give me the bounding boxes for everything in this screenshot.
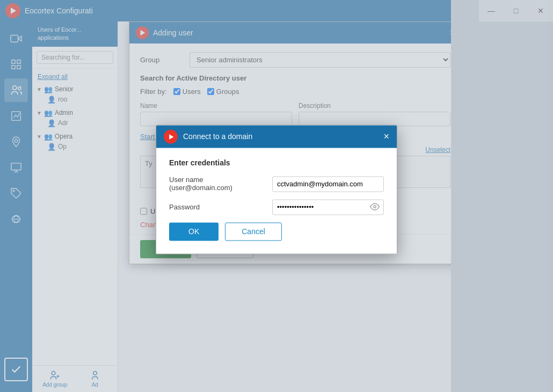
connect-domain-dialog: Connect to a domain × Enter credentials …	[156, 125, 397, 254]
connect-logo	[164, 129, 178, 143]
username-row: User name (user@domain.com)	[169, 176, 384, 192]
username-label: User name (user@domain.com)	[169, 176, 266, 192]
svg-point-19	[374, 205, 376, 208]
username-input[interactable]	[272, 176, 384, 192]
password-wrap	[272, 199, 384, 215]
connect-subtitle: Enter credentials	[169, 158, 384, 167]
eye-icon[interactable]	[370, 201, 380, 213]
password-input[interactable]	[272, 199, 384, 215]
connect-close-button[interactable]: ×	[383, 131, 389, 142]
password-row: Password	[169, 199, 384, 215]
svg-marker-18	[169, 134, 173, 140]
connect-titlebar: Connect to a domain ×	[156, 125, 397, 148]
connect-cancel-button[interactable]: Cancel	[225, 222, 282, 241]
password-label: Password	[169, 203, 266, 211]
connect-body: Enter credentials User name (user@domain…	[156, 148, 397, 253]
connect-title: Connect to a domain	[183, 132, 252, 141]
ok-button[interactable]: OK	[169, 222, 219, 241]
connect-footer: OK Cancel	[169, 222, 384, 241]
